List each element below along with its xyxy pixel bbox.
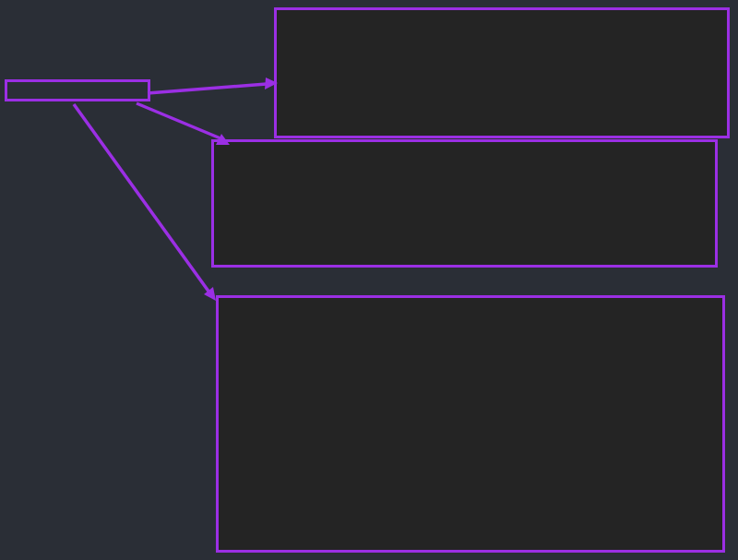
- panel-code: [238, 300, 722, 550]
- line-number-gutter: [214, 145, 242, 265]
- line-number-gutter: [277, 12, 294, 136]
- panel-code: [294, 12, 727, 136]
- regex-trap-code-panel: [274, 7, 730, 138]
- script-include-highlight-box: [5, 79, 150, 101]
- arrow-to-regex-panel-icon: [148, 77, 278, 93]
- panel-code: [242, 145, 715, 265]
- console-hijack-code-panel: [216, 295, 725, 553]
- arrow-to-console-panel-icon: [74, 104, 216, 301]
- devtools-trap-code-panel: [211, 139, 718, 268]
- line-number-gutter: [219, 300, 238, 550]
- annotated-code-screenshot: [0, 0, 738, 560]
